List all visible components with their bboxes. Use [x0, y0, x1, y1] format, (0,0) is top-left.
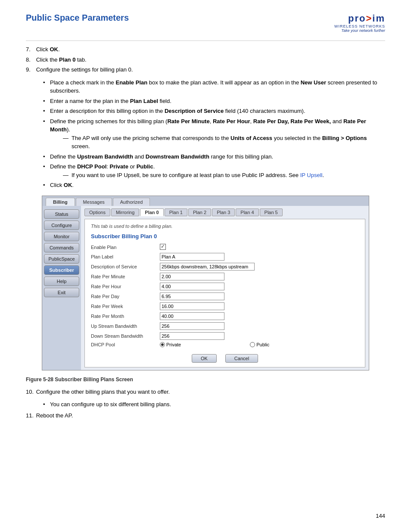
bullet-7: Click OK.	[43, 181, 385, 190]
label-rate-hour: Rate Per Hour	[91, 284, 160, 289]
sidebar-item-configure[interactable]: Configure	[44, 221, 79, 230]
sub-tab-options[interactable]: Options	[84, 208, 110, 216]
plan0-bold: Plan 0	[59, 56, 75, 63]
sub-tab-plan4[interactable]: Plan 4	[236, 208, 258, 216]
logo: pro>im	[334, 13, 385, 24]
radio-private-icon[interactable]	[160, 342, 165, 347]
tabs-top-bar: Billing Messages Authorized	[42, 196, 369, 206]
dhcp-radio-group: Private Public	[160, 342, 269, 347]
label-rate-month: Rate Per Month	[91, 314, 160, 319]
radio-private[interactable]: Private	[160, 342, 181, 347]
form-area: This tab is used to define a billing pla…	[84, 219, 365, 367]
label-upstream-bw: Up Stream Bandwidth	[91, 324, 160, 329]
input-description[interactable]	[160, 263, 255, 271]
input-upstream-bw[interactable]	[160, 322, 224, 330]
page-title: Public Space Parameters	[26, 13, 129, 23]
main-content: 7. Click OK. 8. Click the Plan 0 tab. 9.…	[26, 45, 385, 420]
bullet-2: Enter a name for the plan in the Plan La…	[43, 97, 385, 106]
value-enable-plan	[160, 244, 166, 251]
form-description: This tab is used to define a billing pla…	[91, 224, 359, 229]
sidebar-item-commands[interactable]: Commands	[44, 243, 79, 252]
input-rate-hour[interactable]	[160, 283, 224, 290]
logo-tagline: Take your network further	[334, 28, 385, 33]
page-number: 144	[376, 513, 385, 519]
step11-list: 11. Reboot the AP.	[26, 411, 385, 420]
step-9: 9. Configure the settings for billing pl…	[26, 65, 385, 74]
sidebar-item-status[interactable]: Status	[44, 209, 79, 219]
bullet-1: Place a check mark in the Enable Plan bo…	[43, 78, 385, 95]
sub-tab-plan5[interactable]: Plan 5	[260, 208, 283, 216]
screenshot-container: Billing Messages Authorized Status Confi…	[42, 196, 369, 370]
logo-arrow: >	[366, 13, 372, 24]
sub-tab-plan0[interactable]: Plan 0	[140, 208, 163, 216]
enable-plan-checkbox[interactable]	[160, 244, 166, 250]
sub-tab-plan3[interactable]: Plan 3	[212, 208, 235, 216]
input-plan-label[interactable]	[160, 253, 224, 261]
radio-public[interactable]: Public	[250, 342, 269, 347]
label-rate-day: Rate Per Day	[91, 294, 160, 299]
label-dhcp-pool: DHCP Pool	[91, 342, 160, 347]
field-downstream-bw: Down Stream Bandwidth	[91, 332, 359, 340]
page-header: Public Space Parameters pro>im WIRELESS …	[26, 13, 385, 33]
input-rate-minute[interactable]	[160, 273, 224, 280]
field-upstream-bw: Up Stream Bandwidth	[91, 322, 359, 330]
tab-billing[interactable]: Billing	[46, 198, 75, 206]
field-rate-day: Rate Per Day	[91, 292, 359, 300]
bullet-6: Define the DHCP Pool: Private or Public.…	[43, 162, 385, 179]
logo-subtitle: WIRELESS NETWORKS	[334, 24, 385, 28]
logo-part2: im	[372, 13, 385, 24]
sidebar-item-exit[interactable]: Exit	[44, 288, 79, 297]
field-rate-month: Rate Per Month	[91, 312, 359, 320]
step-7: 7. Click OK.	[26, 45, 385, 54]
cancel-button[interactable]: Cancel	[225, 354, 258, 363]
header-divider	[26, 40, 385, 41]
label-rate-minute: Rate Per Minute	[91, 274, 160, 279]
main-area: Status Configure Monitor Commands Public…	[42, 206, 369, 370]
input-downstream-bw[interactable]	[160, 332, 224, 340]
step9-bullets: Place a check mark in the Enable Plan bo…	[43, 78, 385, 190]
field-rate-hour: Rate Per Hour	[91, 283, 359, 290]
content-panel: Options Mirroring Plan 0 Plan 1 Plan 2 P…	[81, 206, 369, 370]
radio-public-label: Public	[256, 342, 269, 347]
radio-private-label: Private	[166, 342, 181, 347]
sub-bullet-4-1: The AP will only use the pricing scheme …	[63, 134, 385, 151]
step-11: 11. Reboot the AP.	[26, 411, 385, 420]
field-rate-week: Rate Per Week	[91, 302, 359, 310]
ok-button[interactable]: OK	[192, 354, 217, 363]
label-downstream-bw: Down Stream Bandwidth	[91, 333, 160, 339]
sidebar-item-help[interactable]: Help	[44, 277, 79, 286]
ip-upsell-link[interactable]: IP Upsell	[300, 172, 323, 178]
label-enable-plan: Enable Plan	[91, 245, 160, 250]
sidebar: Status Configure Monitor Commands Public…	[42, 206, 81, 370]
tab-authorized[interactable]: Authorized	[113, 198, 150, 206]
sub-tabs-bar: Options Mirroring Plan 0 Plan 1 Plan 2 P…	[84, 208, 365, 216]
step-8: 8. Click the Plan 0 tab.	[26, 56, 385, 64]
sidebar-item-monitor[interactable]: Monitor	[44, 232, 79, 241]
step10-bullet: You can configure up to six different bi…	[43, 400, 385, 409]
sub-tab-plan1[interactable]: Plan 1	[165, 208, 187, 216]
steps-after-list: 10. Configure the other billing plans th…	[26, 388, 385, 396]
bullet-5: Define the Upstream Bandwidth and Downst…	[43, 152, 385, 161]
bullet-3: Enter a description for this billing opt…	[43, 107, 385, 115]
logo-part1: pro	[348, 13, 366, 24]
field-rate-minute: Rate Per Minute	[91, 273, 359, 280]
input-rate-week[interactable]	[160, 302, 224, 310]
sub-bullet-6-1: If you want to use IP Upsell, be sure to…	[63, 171, 385, 180]
sidebar-item-subscriber[interactable]: Subscriber	[44, 265, 79, 275]
steps-list: 7. Click OK. 8. Click the Plan 0 tab. 9.…	[26, 45, 385, 74]
field-plan-label: Plan Label	[91, 253, 359, 261]
bullet-4: Define the pricing schemes for this bill…	[43, 117, 385, 151]
tab-messages[interactable]: Messages	[76, 198, 112, 206]
sidebar-item-publicspace[interactable]: PublicSpace	[44, 254, 79, 264]
label-plan-label: Plan Label	[91, 254, 160, 259]
label-description: Description of Service	[91, 264, 160, 269]
step10-bullets: You can configure up to six different bi…	[43, 400, 385, 409]
sub-bullet-6: If you want to use IP Upsell, be sure to…	[63, 171, 385, 180]
field-description: Description of Service	[91, 263, 359, 271]
radio-public-icon[interactable]	[250, 342, 255, 347]
sub-tab-mirroring[interactable]: Mirroring	[111, 208, 139, 216]
sub-tab-plan2[interactable]: Plan 2	[188, 208, 211, 216]
input-rate-day[interactable]	[160, 292, 224, 300]
input-rate-month[interactable]	[160, 312, 224, 320]
ok-bold: OK	[50, 46, 58, 53]
